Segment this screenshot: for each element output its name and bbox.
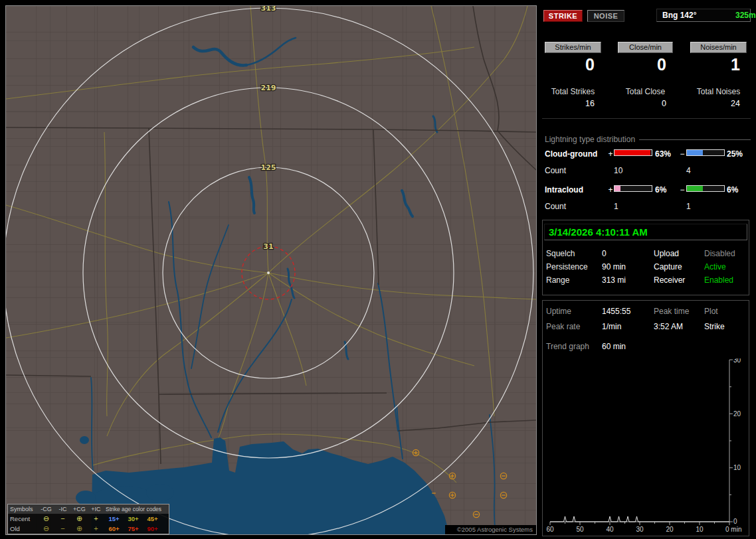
range-label: Range [546,275,569,285]
trend-graph-label: Trend graph [546,342,589,351]
range-ring-label: 219 [261,84,276,92]
ic-minus-count: 1 [686,202,691,211]
x-tick-50: 50 [576,526,584,533]
range-ring-label: 31 [263,242,273,251]
legend-col-ncg: -CG [38,506,54,512]
ic-plus-percent: 6% [655,185,666,194]
count-label: Count [545,166,566,175]
minus-icon: − [54,515,71,522]
legend-header-row: Symbols -CG -IC +CG +IC Strike age color… [8,504,169,514]
strike-mode-button[interactable]: STRIKE [543,10,583,22]
cloud-ground-label: Cloud-ground [545,149,597,159]
noises-per-min-badge: Noises/min [690,42,747,53]
capture-label: Capture [654,262,682,271]
close-per-min-badge: Close/min [618,42,673,53]
y-tick-0: 0 [733,518,737,525]
intracloud-row: Intracloud + 6% − 6% [545,185,752,195]
age-30: 30+ [124,515,143,522]
x-tick-30: 30 [636,526,644,533]
uptime-label: Uptime [546,307,571,316]
ic-count-row: Count 1 1 [545,202,752,211]
age-60: 60+ [104,525,124,532]
status-row-squelch: Squelch 0 Upload Disabled [543,249,752,261]
circle-minus-icon: ⊖ [38,515,54,522]
strikes-per-min-badge: Strikes/min [545,42,601,53]
noise-mode-button[interactable]: NOISE [587,10,624,22]
uptime-value: 1455:55 [602,307,630,316]
squelch-label: Squelch [546,249,575,258]
trend-graph: 30 20 10 0 60 50 40 30 20 10 0 min [543,358,752,536]
cg-minus-percent: 25% [727,149,743,159]
cg-minus-count: 4 [686,166,691,175]
age-75: 75+ [124,525,143,532]
peak-time-label: Peak time [654,307,689,316]
distribution-title-text: Lightning type distribution [545,135,635,144]
upload-label: Upload [654,249,679,258]
plot-value: Strike [704,322,725,331]
legend-symbols-header: Symbols [8,506,38,512]
cg-plus-bar [614,149,652,156]
circle-plus-icon: ⊕ [71,515,88,522]
total-strikes-label: Total Strikes [545,87,601,96]
persistence-label: Persistence [546,262,588,271]
radar-map-panel[interactable]: 31321912531 Symbols -CG -IC +CG +IC Stri… [5,5,537,535]
capture-status: Active [704,262,726,271]
ic-minus-percent: 6% [727,185,738,194]
sidebar: STRIKE NOISE Bng 142° 325mi Strikes/min … [539,0,756,539]
ic-plus-bar [614,185,652,192]
legend-old-label: Old [8,525,38,532]
strikes-per-min-value: 0 [545,55,601,78]
total-close-label: Total Close [618,87,673,96]
map-legend: Symbols -CG -IC +CG +IC Strike age color… [7,504,169,534]
y-ticks [729,360,733,522]
legend-col-pic: +IC [88,506,104,512]
y-tick-30: 30 [733,358,741,364]
total-close-value: 0 [618,99,673,108]
bearing-indicator: Bng 142° 325mi [656,9,751,22]
range-ring-label: 125 [261,163,276,172]
plus-icon: + [88,525,104,532]
legend-old-row: Old ⊖ − ⊕ + 60+ 75+ 90+ [8,524,169,534]
distribution-title: Lightning type distribution [545,135,751,144]
session-row-1: Uptime 1455:55 Peak time Plot [543,307,752,319]
legend-age-header: Strike age color codes [104,506,169,512]
cg-plus-percent: 63% [655,149,671,159]
receiver-location-dot [267,271,270,274]
upload-status: Disabled [704,249,735,258]
x-tick-10: 10 [696,526,704,533]
y-tick-20: 20 [733,410,741,418]
plot-label: Plot [704,307,718,316]
system-datetime: 3/14/2026 4:10:11 AM [544,224,747,240]
radar-map[interactable]: 31321912531 [6,6,536,534]
persistence-value: 90 min [602,262,626,271]
total-noises-label: Total Noises [690,87,747,96]
x-tick-0-min: 0 min [725,526,741,533]
plus-sign: + [607,185,614,194]
peak-rate-label: Peak rate [546,322,580,331]
cg-count-row: Count 10 4 [545,166,752,175]
range-value: 313 mi [602,275,626,285]
x-tick-60: 60 [546,526,554,533]
divider [542,118,751,119]
x-tick-40: 40 [606,526,614,533]
y-tick-10: 10 [733,464,741,471]
intracloud-label: Intracloud [545,185,583,194]
circle-minus-icon: ⊖ [38,525,54,532]
minus-sign: − [679,185,686,194]
bearing-value: Bng 142° [662,11,719,20]
range-ring-label: 313 [261,6,276,13]
x-ticks [550,522,729,525]
circle-plus-icon: ⊕ [71,525,88,532]
cg-minus-bar [686,149,725,156]
legend-col-pcg: +CG [71,506,88,512]
app-window: { "toolbar": { "strike": "STRIKE", "nois… [0,0,756,539]
bearing-range-value: 325mi [735,11,756,20]
receiver-status: Enabled [704,275,733,285]
close-per-min-value: 0 [618,55,673,78]
ic-plus-count: 1 [614,202,618,211]
squelch-value: 0 [602,249,607,258]
peak-rate-value: 1/min [602,322,621,331]
legend-recent-row: Recent ⊖ − ⊕ + 15+ 30+ 45+ [8,514,169,524]
legend-recent-label: Recent [8,515,38,522]
legend-col-nic: -IC [54,506,71,512]
